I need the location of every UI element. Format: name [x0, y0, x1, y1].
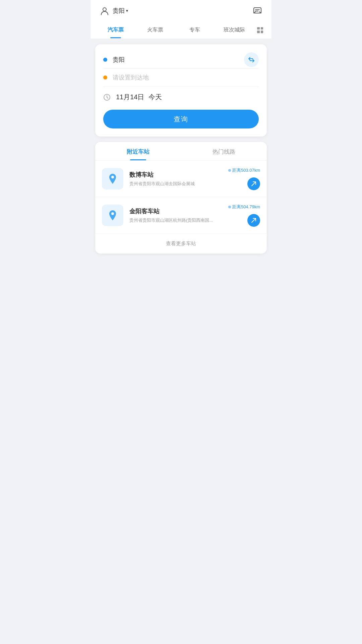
station-distance: 距离504.79km — [228, 204, 260, 210]
tab-private-car[interactable]: 专车 — [175, 22, 215, 38]
chevron-down-icon: ▾ — [126, 8, 128, 13]
station-right: 距离504.79km — [228, 204, 260, 227]
navigation-arrow-icon — [251, 217, 257, 223]
svg-point-0 — [103, 8, 106, 11]
distance-text: 距离503.07km — [232, 167, 260, 173]
date-today: 今天 — [148, 93, 162, 102]
grid-icon — [257, 27, 263, 33]
message-icon[interactable] — [253, 6, 262, 15]
tab-intercity[interactable]: 班次城际 — [215, 22, 254, 38]
svg-point-5 — [111, 176, 114, 178]
tab-popular-routes[interactable]: 热门线路 — [181, 142, 267, 160]
distance-dot — [228, 169, 231, 172]
from-row[interactable]: 贵阳 — [103, 51, 259, 69]
station-address: 贵州省贵阳市观山湖区杭州路(贵阳西南国... — [129, 217, 228, 223]
clock-icon — [103, 94, 111, 101]
station-item[interactable]: 金阳客车站 贵州省贵阳市观山湖区杭州路(贵阳西南国... 距离504.79km — [95, 197, 267, 234]
navigation-arrow-icon — [251, 181, 257, 187]
tab-nearby-stations[interactable]: 附近车站 — [95, 142, 181, 160]
station-card: 附近车站 热门线路 数博车站 贵州省贵阳市观山湖去国际会展城 距离503.07k… — [95, 142, 267, 254]
station-info: 金阳客车站 贵州省贵阳市观山湖区杭州路(贵阳西南国... — [129, 207, 228, 223]
swap-icon — [248, 56, 255, 63]
station-info: 数博车站 贵州省贵阳市观山湖去国际会展城 — [129, 171, 228, 187]
station-icon-wrap — [102, 205, 123, 226]
view-more-button[interactable]: 查看更多车站 — [95, 234, 267, 254]
date-text: 11月14日 — [116, 93, 144, 102]
user-icon[interactable] — [100, 6, 109, 15]
navigate-button[interactable] — [247, 177, 260, 190]
station-tabs: 附近车站 热门线路 — [95, 142, 267, 161]
station-address: 贵州省贵阳市观山湖去国际会展城 — [129, 181, 228, 187]
station-right: 距离503.07km — [228, 167, 260, 190]
to-dot — [103, 75, 107, 79]
svg-point-6 — [111, 212, 114, 215]
from-dot — [103, 58, 107, 62]
swap-button[interactable] — [244, 52, 259, 67]
distance-dot — [228, 206, 231, 208]
station-name: 数博车站 — [129, 171, 228, 179]
to-row[interactable]: 请设置到达地 — [103, 69, 259, 87]
distance-text: 距离504.79km — [232, 204, 260, 210]
to-placeholder: 请设置到达地 — [113, 73, 149, 82]
nav-more-button[interactable] — [254, 27, 266, 33]
date-row[interactable]: 11月14日 今天 — [103, 87, 259, 103]
header: 贵阳 ▾ — [90, 0, 272, 21]
header-left: 贵阳 ▾ — [100, 6, 128, 15]
station-distance: 距离503.07km — [228, 167, 260, 173]
tab-train-ticket[interactable]: 火车票 — [135, 22, 175, 38]
station-item[interactable]: 数博车站 贵州省贵阳市观山湖去国际会展城 距离503.07km — [95, 161, 267, 197]
from-city: 贵阳 — [113, 56, 125, 64]
navigate-button[interactable] — [247, 214, 260, 227]
search-card: 贵阳 请设置到达地 11月14日 今天 查询 — [95, 44, 267, 137]
tab-bus-ticket[interactable]: 汽车票 — [96, 22, 135, 38]
nav-tabs: 汽车票 火车票 专车 班次城际 — [90, 21, 272, 39]
station-icon-wrap — [102, 168, 123, 190]
location-pin-icon — [107, 173, 119, 185]
city-selector[interactable]: 贵阳 ▾ — [113, 7, 128, 15]
station-name: 金阳客车站 — [129, 207, 228, 215]
search-button[interactable]: 查询 — [103, 110, 259, 128]
city-name: 贵阳 — [113, 7, 125, 15]
location-pin-icon — [107, 209, 119, 221]
